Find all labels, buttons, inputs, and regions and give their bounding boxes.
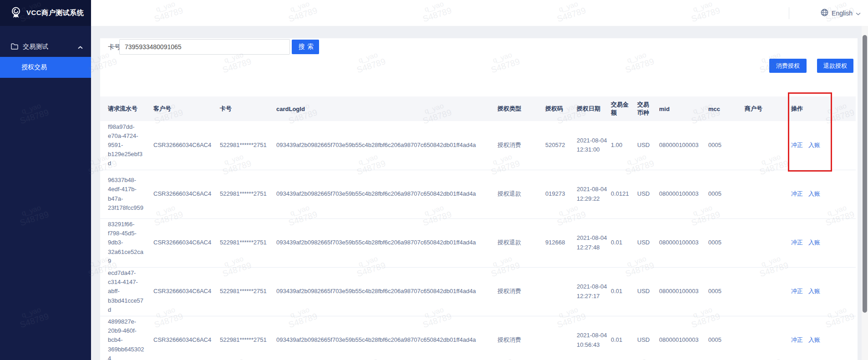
main-panel: 卡号 搜索 消费授权 退款授权 请求流水号 客户号 卡号 cardLogId 授…	[100, 38, 858, 360]
cell-mid: 080000100003	[659, 121, 708, 170]
transactions-table: 请求流水号 客户号 卡号 cardLogId 授权类型 授权码 授权日期 交易金…	[100, 96, 856, 360]
cell-actions: 冲正入账	[791, 121, 856, 170]
search-button[interactable]: 搜索	[292, 40, 319, 54]
cell-card: 522981******2751	[220, 267, 276, 316]
cell-mcc: 0005	[708, 218, 745, 267]
cell-auth-code: 520572	[545, 121, 577, 170]
sidebar: VCC商户测试系统 交易测试 授权交易	[0, 0, 91, 360]
cell-mcc: 0005	[708, 170, 745, 218]
reverse-link[interactable]: 冲正	[791, 288, 803, 294]
header-amount: 交易金额	[611, 96, 637, 121]
table-header-row: 请求流水号 客户号 卡号 cardLogId 授权类型 授权码 授权日期 交易金…	[100, 96, 856, 121]
cell-card: 522981******2751	[220, 170, 276, 218]
cell-amount: 0.01	[611, 218, 637, 267]
scrollbar-thumb[interactable]	[863, 35, 867, 313]
cell-auth-date: 2021-08-04 12:31:00	[577, 121, 611, 170]
cell-actions: 冲正入账	[791, 170, 856, 218]
cell-merchant	[745, 267, 791, 316]
post-link[interactable]: 入账	[808, 142, 820, 148]
cell-mid: 080000100003	[659, 170, 708, 218]
cell-currency: USD	[637, 170, 659, 218]
cell-serial: f98a97dd-e70a-4724-9591-b129e25ebf3d	[100, 121, 153, 170]
transactions-table-wrap: 请求流水号 客户号 卡号 cardLogId 授权类型 授权码 授权日期 交易金…	[100, 96, 858, 360]
cell-cardlogid: 093439af2b0982665f703e59b55c4b28fbf6c206…	[276, 267, 497, 316]
header-card: 卡号	[220, 96, 276, 121]
cell-auth-type: 授权消费	[497, 267, 545, 316]
reverse-link[interactable]: 冲正	[791, 190, 803, 197]
chevron-up-icon	[78, 43, 83, 51]
consume-auth-button[interactable]: 消费授权	[769, 59, 807, 73]
badge-logo-icon	[10, 6, 22, 20]
cell-card: 522981******2751	[220, 218, 276, 267]
cell-actions: 冲正入账	[791, 316, 856, 360]
post-link[interactable]: 入账	[808, 239, 820, 246]
cell-auth-type: 授权退款	[497, 170, 545, 218]
topbar: English	[91, 0, 868, 26]
reverse-link[interactable]: 冲正	[791, 239, 803, 246]
table-row: 96337b48-4edf-417b-b47a-23f178fcc959 CSR…	[100, 170, 856, 218]
header-cardlogid: cardLogId	[276, 96, 497, 121]
cell-amount: 1.00	[611, 121, 637, 170]
cell-currency: USD	[637, 316, 659, 360]
cell-auth-code	[545, 316, 577, 360]
cell-mid: 080000100003	[659, 218, 708, 267]
cell-mcc: 0005	[708, 316, 745, 360]
cell-auth-date: 2021-08-04 12:27:48	[577, 218, 611, 267]
cell-customer: CSR32666034C6AC4	[153, 170, 220, 218]
header-mid: mid	[659, 96, 708, 121]
language-switcher[interactable]: English	[821, 0, 861, 26]
header-serial: 请求流水号	[100, 96, 153, 121]
header-auth-code: 授权码	[545, 96, 577, 121]
refund-auth-button[interactable]: 退款授权	[817, 59, 853, 73]
table-row: 4899827e-20b9-460f-bcb4-369bb6453024 CSR…	[100, 316, 856, 360]
cell-mcc: 0005	[708, 267, 745, 316]
cell-card: 522981******2751	[220, 121, 276, 170]
card-number-input[interactable]	[119, 39, 290, 55]
cell-currency: USD	[637, 218, 659, 267]
folder-icon	[11, 43, 18, 51]
table-row: f98a97dd-e70a-4724-9591-b129e25ebf3d CSR…	[100, 121, 856, 170]
submenu-item-label: 授权交易	[21, 63, 47, 71]
cell-auth-date: 2021-08-04 12:27:17	[577, 267, 611, 316]
cell-serial: 96337b48-4edf-417b-b47a-23f178fcc959	[100, 170, 153, 218]
reverse-link[interactable]: 冲正	[791, 336, 803, 343]
cell-auth-date: 2021-08-04 12:29:22	[577, 170, 611, 218]
header-currency: 交易币种	[637, 96, 659, 121]
cell-mid: 080000100003	[659, 267, 708, 316]
post-link[interactable]: 入账	[808, 336, 820, 343]
cell-merchant	[745, 316, 791, 360]
header-merchant: 商户号	[745, 96, 791, 121]
cell-merchant	[745, 218, 791, 267]
reverse-link[interactable]: 冲正	[791, 142, 803, 148]
cell-serial: 4899827e-20b9-460f-bcb4-369bb6453024	[100, 316, 153, 360]
sidebar-item-transaction-test[interactable]: 交易测试	[0, 37, 91, 57]
table-row: 83291f66-f798-45d5-9db3-32a61ce52ca9 CSR…	[100, 218, 856, 267]
cell-cardlogid: 093439af2b0982665f703e59b55c4b28fbf6c206…	[276, 316, 497, 360]
post-link[interactable]: 入账	[808, 288, 820, 294]
post-link[interactable]: 入账	[808, 190, 820, 197]
cell-currency: USD	[637, 121, 659, 170]
cell-mid: 080000100003	[659, 316, 708, 360]
sidebar-item-auth-transaction-active[interactable]: 授权交易	[0, 57, 91, 78]
cell-cardlogid: 093439af2b0982665f703e59b55c4b28fbf6c206…	[276, 170, 497, 218]
language-label: English	[832, 10, 853, 17]
cell-cardlogid: 093439af2b0982665f703e59b55c4b28fbf6c206…	[276, 121, 497, 170]
cell-card: 522981******2751	[220, 316, 276, 360]
cell-merchant	[745, 170, 791, 218]
table-row: ecd7da47-c314-4147-abff-b3bd41cce57d CSR…	[100, 267, 856, 316]
scrollbar-track	[862, 26, 868, 360]
cell-customer: CSR32666034C6AC4	[153, 121, 220, 170]
header-auth-type: 授权类型	[497, 96, 545, 121]
cell-customer: CSR32666034C6AC4	[153, 267, 220, 316]
cell-auth-code: 912668	[545, 218, 577, 267]
header-customer: 客户号	[153, 96, 220, 121]
cell-serial: ecd7da47-c314-4147-abff-b3bd41cce57d	[100, 267, 153, 316]
cell-actions: 冲正入账	[791, 267, 856, 316]
sidebar-item-label: 交易测试	[23, 43, 78, 51]
cell-auth-code: 019273	[545, 170, 577, 218]
cell-auth-date: 2021-08-04 10:56:43	[577, 316, 611, 360]
app-logo-bar: VCC商户测试系统	[0, 0, 91, 26]
cell-auth-code	[545, 267, 577, 316]
cell-amount: 0.01	[611, 316, 637, 360]
cell-customer: CSR32666034C6AC4	[153, 218, 220, 267]
